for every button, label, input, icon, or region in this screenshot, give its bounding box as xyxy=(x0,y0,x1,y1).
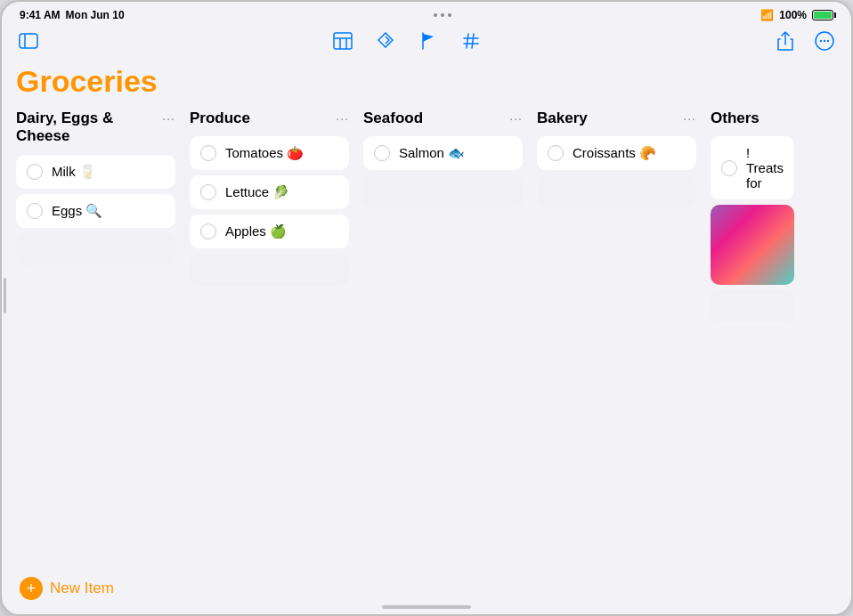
status-left: 9:41 AM Mon Jun 10 xyxy=(20,9,125,21)
page-title: Groceries xyxy=(16,61,837,109)
toolbar-right xyxy=(773,28,837,53)
column-more-produce[interactable]: ··· xyxy=(336,109,349,126)
column-dairy: Dairy, Eggs &Cheese ··· Milk 🥛 Eggs 🔍 xyxy=(16,109,190,328)
checkbox-apples[interactable] xyxy=(200,223,216,239)
status-right: 📶 100% xyxy=(760,9,833,21)
list-item[interactable]: Croissants 🥐 xyxy=(537,136,696,170)
list-item[interactable]: Apples 🍏 xyxy=(190,215,349,248)
others-image-gradient xyxy=(711,205,794,285)
column-title-bakery: Bakery xyxy=(537,109,588,127)
column-more-seafood[interactable]: ··· xyxy=(509,109,523,126)
list-item-empty-seafood-1 xyxy=(363,175,523,207)
columns-container: Dairy, Eggs &Cheese ··· Milk 🥛 Eggs 🔍 Pr… xyxy=(16,109,837,328)
status-dot-1 xyxy=(434,13,437,17)
list-item[interactable]: Lettuce 🥬 xyxy=(190,175,349,209)
flag-icon[interactable] xyxy=(416,28,441,53)
side-handle xyxy=(4,278,6,313)
toolbar xyxy=(2,25,851,61)
svg-rect-0 xyxy=(20,34,37,48)
column-header-others: Others xyxy=(711,109,794,127)
list-item[interactable]: ! Treats for xyxy=(711,136,794,199)
new-item-button[interactable]: + New Item xyxy=(20,577,114,600)
item-text-lettuce: Lettuce 🥬 xyxy=(225,184,289,200)
list-item[interactable]: Eggs 🔍 xyxy=(16,194,175,228)
status-time: 9:41 AM xyxy=(20,9,61,21)
item-text-croissants: Croissants 🥐 xyxy=(573,145,656,161)
ipad-frame: 9:41 AM Mon Jun 10 📶 100% xyxy=(0,0,853,616)
checkbox-lettuce[interactable] xyxy=(200,184,216,200)
toolbar-left xyxy=(16,28,41,53)
toolbar-center xyxy=(330,28,483,53)
status-bar: 9:41 AM Mon Jun 10 📶 100% xyxy=(2,2,851,25)
checkbox-croissants[interactable] xyxy=(548,145,564,161)
column-more-dairy[interactable]: ··· xyxy=(162,109,175,126)
svg-point-14 xyxy=(827,40,829,42)
list-item-empty-produce xyxy=(190,254,349,286)
svg-rect-2 xyxy=(334,33,352,49)
main-content: Groceries Dairy, Eggs &Cheese ··· Milk 🥛… xyxy=(2,61,851,328)
item-text-apples: Apples 🍏 xyxy=(225,223,287,239)
status-date: Mon Jun 10 xyxy=(66,9,125,21)
new-item-plus-icon: + xyxy=(20,577,43,600)
column-header-dairy: Dairy, Eggs &Cheese ··· xyxy=(16,109,175,146)
list-item[interactable]: Milk 🥛 xyxy=(16,155,175,189)
list-item-empty-others xyxy=(711,290,794,322)
list-item-empty-bakery xyxy=(537,175,696,207)
wifi-icon: 📶 xyxy=(760,9,774,21)
list-item[interactable]: Salmon 🐟 xyxy=(363,136,523,170)
column-title-others: Others xyxy=(711,109,760,127)
new-item-label: New Item xyxy=(50,580,114,597)
column-header-bakery: Bakery ··· xyxy=(537,109,696,127)
svg-point-12 xyxy=(820,40,822,42)
list-item-empty-dairy xyxy=(16,233,175,265)
battery-percent: 100% xyxy=(779,9,807,21)
more-options-icon[interactable] xyxy=(812,28,837,53)
home-indicator xyxy=(382,605,471,609)
column-title-produce: Produce xyxy=(190,109,250,127)
list-item[interactable]: Tomatoes 🍅 xyxy=(190,136,349,170)
battery-fill xyxy=(814,12,832,19)
column-produce: Produce ··· Tomatoes 🍅 Lettuce 🥬 Apples … xyxy=(190,109,363,328)
item-text-treats: ! Treats for xyxy=(746,145,784,190)
status-center xyxy=(434,13,451,17)
checkbox-treats[interactable] xyxy=(721,160,737,176)
others-image xyxy=(711,205,794,285)
column-more-bakery[interactable]: ··· xyxy=(683,109,696,126)
share-icon[interactable] xyxy=(773,28,798,53)
checkbox-tomatoes[interactable] xyxy=(200,145,216,161)
item-text-salmon: Salmon 🐟 xyxy=(399,145,465,161)
checkbox-eggs[interactable] xyxy=(27,203,43,219)
status-dot-3 xyxy=(448,13,451,17)
sidebar-toggle-icon[interactable] xyxy=(16,28,41,53)
column-header-seafood: Seafood ··· xyxy=(363,109,523,127)
svg-point-13 xyxy=(824,40,825,42)
item-text-eggs: Eggs 🔍 xyxy=(52,203,102,219)
column-header-produce: Produce ··· xyxy=(190,109,349,127)
svg-line-7 xyxy=(467,34,468,48)
column-title-seafood: Seafood xyxy=(363,109,423,127)
column-bakery: Bakery ··· Croissants 🥐 xyxy=(537,109,711,328)
item-text-tomatoes: Tomatoes 🍅 xyxy=(225,145,304,161)
column-others: Others ! Treats for xyxy=(711,109,808,328)
location-icon[interactable] xyxy=(373,28,398,53)
checkbox-milk[interactable] xyxy=(27,164,43,180)
battery-bar xyxy=(812,10,833,20)
status-dot-2 xyxy=(441,13,444,17)
column-title-dairy: Dairy, Eggs &Cheese xyxy=(16,109,113,146)
table-icon[interactable] xyxy=(330,28,355,53)
item-text-milk: Milk 🥛 xyxy=(52,164,96,180)
checkbox-salmon[interactable] xyxy=(374,145,390,161)
hashtag-icon[interactable] xyxy=(459,28,483,53)
column-seafood: Seafood ··· Salmon 🐟 xyxy=(363,109,537,328)
svg-line-8 xyxy=(472,34,474,48)
